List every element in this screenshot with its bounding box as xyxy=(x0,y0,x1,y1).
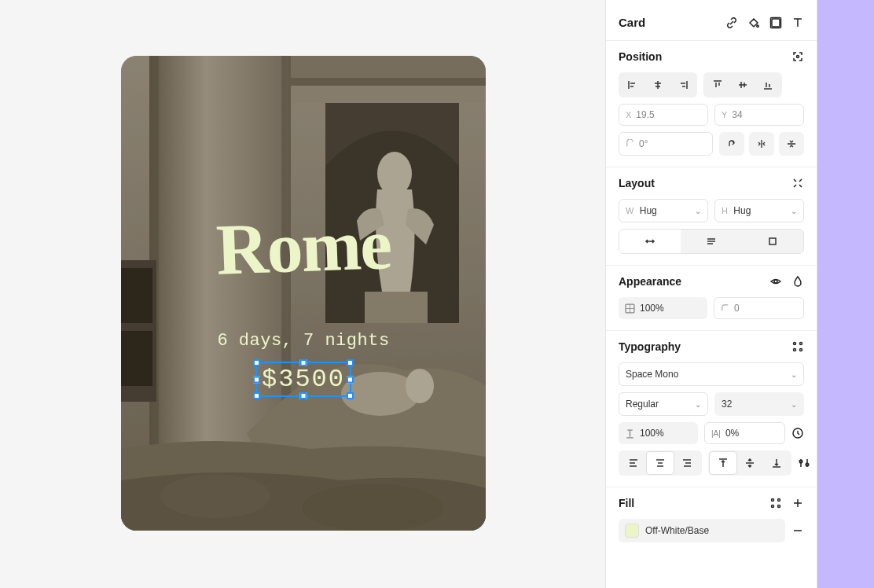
svg-point-23 xyxy=(794,343,796,345)
typography-settings-icon[interactable] xyxy=(798,457,810,469)
align-horizontal-group xyxy=(619,72,697,97)
typography-clock-icon[interactable] xyxy=(791,427,804,439)
fill-label: Fill xyxy=(619,497,634,509)
text-align-left-button[interactable] xyxy=(620,452,647,474)
card-title[interactable]: Rome xyxy=(215,202,391,292)
layout-label: Layout xyxy=(619,177,655,189)
letter-spacing-input[interactable]: |A| 0% xyxy=(704,422,785,444)
valign-middle-button[interactable] xyxy=(736,452,763,474)
layout-box-button[interactable] xyxy=(742,230,803,253)
fill-color-chip[interactable]: Off-White/Base xyxy=(619,519,785,542)
remove-fill-icon[interactable] xyxy=(791,524,804,537)
text-align-right-button[interactable] xyxy=(674,452,700,474)
align-bottom-button[interactable] xyxy=(755,74,780,96)
text-align-center-button[interactable] xyxy=(647,452,674,474)
appearance-label: Appearance xyxy=(619,275,681,288)
svg-point-25 xyxy=(794,349,796,351)
card-subtitle[interactable]: 6 days, 7 nights xyxy=(217,331,389,351)
valign-bottom-button[interactable] xyxy=(763,452,790,474)
align-top-button[interactable] xyxy=(705,74,730,96)
svg-point-33 xyxy=(778,505,780,508)
x-input[interactable]: X 19.5 xyxy=(619,104,708,126)
layout-direction-group xyxy=(619,229,804,254)
svg-point-19 xyxy=(797,56,799,58)
flip-horizontal-button[interactable] xyxy=(749,132,774,156)
canvas[interactable]: Rome 6 days, 7 nights $3500 xyxy=(0,0,605,588)
align-left-button[interactable] xyxy=(620,74,645,96)
align-vertical-group xyxy=(703,72,782,97)
vertical-align-group xyxy=(708,450,791,476)
position-label: Position xyxy=(619,50,662,63)
typography-section: Typography Space Mono ⌄ Regular ⌄ 32 ⌄ 1… xyxy=(606,331,817,487)
blend-icon[interactable] xyxy=(791,275,804,288)
paint-bucket-icon[interactable] xyxy=(747,17,760,29)
svg-point-21 xyxy=(774,280,777,283)
svg-point-32 xyxy=(772,505,774,508)
text-align-group xyxy=(619,450,702,476)
focus-icon[interactable] xyxy=(791,50,804,63)
element-name: Card xyxy=(619,16,645,29)
collapse-icon[interactable] xyxy=(791,177,804,189)
typography-label: Typography xyxy=(619,340,681,353)
corner-radius-input[interactable]: 0 xyxy=(714,297,804,319)
layout-section: Layout W Hug ⌄ H Hug ⌄ xyxy=(606,167,817,266)
valign-top-button[interactable] xyxy=(710,452,736,474)
fill-section: Fill Off-White/Base xyxy=(606,487,817,553)
text-icon[interactable] xyxy=(791,17,804,29)
svg-rect-17 xyxy=(772,19,780,27)
font-size-dropdown[interactable]: 32 ⌄ xyxy=(714,392,804,416)
link-icon[interactable] xyxy=(725,17,738,29)
font-weight-dropdown[interactable]: Regular ⌄ xyxy=(619,392,708,416)
visibility-icon[interactable] xyxy=(769,275,782,288)
styles-icon[interactable] xyxy=(769,497,782,509)
flip-90-button[interactable] xyxy=(719,132,744,156)
add-fill-icon[interactable] xyxy=(791,497,804,509)
flip-vertical-button[interactable] xyxy=(779,132,804,156)
align-vcenter-button[interactable] xyxy=(730,74,755,96)
font-family-dropdown[interactable]: Space Mono ⌄ xyxy=(619,362,804,386)
svg-point-24 xyxy=(800,343,802,345)
appearance-section: Appearance 100% 0 xyxy=(606,266,817,331)
fill-swatch xyxy=(625,524,639,538)
position-section: Position X 19.5 Y 34 xyxy=(606,41,817,167)
opacity-input[interactable]: 100% xyxy=(619,297,707,319)
y-input[interactable]: Y 34 xyxy=(714,104,804,126)
layout-horizontal-button[interactable] xyxy=(619,230,681,253)
align-hcenter-button[interactable] xyxy=(645,74,670,96)
width-mode-dropdown[interactable]: W Hug ⌄ xyxy=(619,199,708,222)
right-margin-strip xyxy=(817,0,874,588)
align-right-button[interactable] xyxy=(670,74,696,96)
svg-rect-20 xyxy=(769,238,776,244)
grid-icon[interactable] xyxy=(791,340,804,353)
card-price-selected[interactable]: $3500 xyxy=(257,363,350,395)
rotation-input[interactable]: 0° xyxy=(619,132,713,156)
svg-point-31 xyxy=(778,499,780,502)
svg-point-26 xyxy=(800,349,802,351)
frame-icon[interactable] xyxy=(769,17,782,29)
card-content: Rome 6 days, 7 nights $3500 xyxy=(121,56,486,531)
height-mode-dropdown[interactable]: H Hug ⌄ xyxy=(714,199,804,222)
card-price[interactable]: $3500 xyxy=(257,363,350,395)
line-height-input[interactable]: 100% xyxy=(619,422,698,444)
svg-point-30 xyxy=(772,499,774,502)
properties-panel: Card Position xyxy=(605,0,817,588)
travel-card[interactable]: Rome 6 days, 7 nights $3500 xyxy=(121,56,486,531)
layout-wrap-button[interactable] xyxy=(681,230,742,253)
